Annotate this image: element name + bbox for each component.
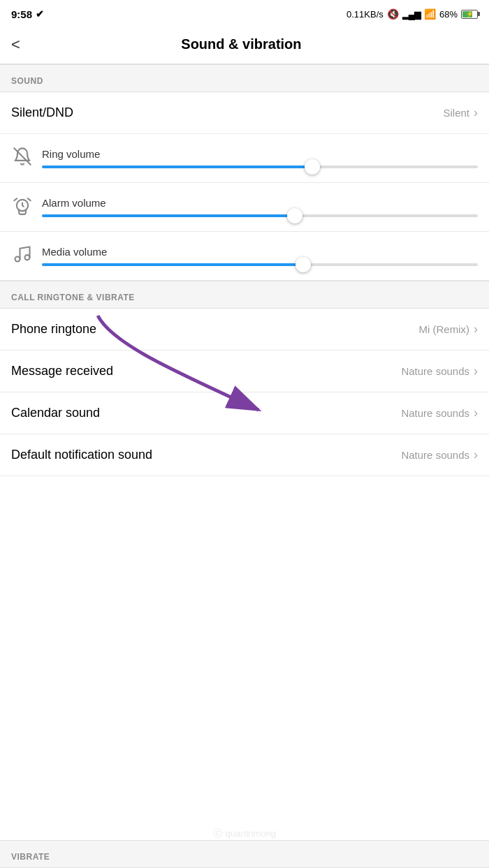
mute-icon: 🔇 (387, 8, 399, 20)
ring-volume-label: Ring volume (42, 148, 478, 160)
message-received-value: Nature sounds (401, 365, 469, 377)
media-volume-content: Media volume (42, 246, 478, 266)
silent-dnd-label: Silent/DND (11, 105, 73, 120)
media-volume-label: Media volume (42, 246, 478, 258)
silent-dnd-value: Silent (443, 107, 469, 119)
back-button[interactable]: < (11, 36, 20, 54)
silent-dnd-item[interactable]: Silent/DND Silent › (0, 92, 489, 134)
media-volume-icon (11, 244, 34, 268)
message-received-value-group: Nature sounds › (401, 364, 478, 378)
phone-ringtone-item[interactable]: Phone ringtone Mi (Remix) › (0, 309, 489, 351)
chevron-icon-calendar: › (474, 406, 478, 420)
alarm-volume-icon (11, 196, 34, 219)
default-notification-value-group: Nature sounds › (401, 448, 478, 462)
chevron-icon-message: › (474, 364, 478, 378)
message-received-label: Message received (11, 364, 113, 378)
calendar-sound-label: Calendar sound (11, 406, 100, 420)
ring-volume-icon (11, 147, 34, 170)
page-header: < Sound & vibration (0, 25, 489, 64)
status-time: 9:58 ✔ (11, 8, 44, 20)
media-volume-fill (42, 263, 303, 266)
media-volume-slider[interactable] (42, 263, 478, 266)
ring-volume-thumb[interactable] (305, 159, 320, 175)
time-display: 9:58 (11, 8, 32, 20)
battery-icon: ⚡ (461, 10, 478, 19)
page-title: Sound & vibration (31, 36, 451, 52)
vibrate-section-label: VIBRATE (0, 840, 489, 868)
silent-dnd-value-group: Silent › (443, 105, 478, 120)
phone-ringtone-label: Phone ringtone (11, 322, 96, 337)
phone-ringtone-value: Mi (Remix) (419, 323, 470, 335)
calendar-sound-value: Nature sounds (401, 407, 469, 419)
status-bar: 9:58 ✔ 0.11KB/s 🔇 ▂▄▆ 📶 68% ⚡ (0, 0, 489, 25)
ring-volume-content: Ring volume (42, 148, 478, 168)
wifi-icon: 📶 (424, 8, 436, 20)
calendar-sound-item[interactable]: Calendar sound Nature sounds › (0, 392, 489, 434)
call-ringtone-section-label: CALL RINGTONE & VIBRATE (0, 281, 489, 309)
media-volume-thumb[interactable] (295, 257, 311, 272)
status-indicators: 0.11KB/s 🔇 ▂▄▆ 📶 68% ⚡ (346, 8, 478, 20)
alarm-volume-content: Alarm volume (42, 197, 478, 217)
ring-volume-slider[interactable] (42, 165, 478, 168)
ring-volume-fill (42, 165, 312, 168)
calendar-sound-value-group: Nature sounds › (401, 406, 478, 420)
network-speed: 0.11KB/s (346, 9, 384, 20)
chevron-icon: › (474, 105, 478, 120)
message-received-item[interactable]: Message received Nature sounds › (0, 351, 489, 392)
default-notification-value: Nature sounds (401, 449, 469, 461)
phone-ringtone-value-group: Mi (Remix) › (419, 322, 479, 337)
check-icon: ✔ (36, 8, 44, 20)
media-volume-row: Media volume (0, 232, 489, 281)
default-notification-label: Default notification sound (11, 448, 152, 462)
alarm-volume-row: Alarm volume (0, 183, 489, 232)
alarm-volume-label: Alarm volume (42, 197, 478, 209)
svg-point-3 (25, 255, 30, 260)
signal-icon: ▂▄▆ (402, 9, 421, 20)
watermark: ⓒ quantrimong (213, 827, 276, 840)
svg-point-2 (15, 256, 20, 261)
alarm-volume-slider[interactable] (42, 214, 478, 217)
ring-volume-row: Ring volume (0, 134, 489, 183)
alarm-volume-fill (42, 214, 295, 217)
chevron-icon-ringtone: › (474, 322, 478, 337)
charging-icon: ⚡ (466, 10, 474, 17)
battery-percent: 68% (439, 9, 458, 20)
sound-section-label: SOUND (0, 64, 489, 92)
default-notification-sound-item[interactable]: Default notification sound Nature sounds… (0, 434, 489, 476)
alarm-volume-thumb[interactable] (287, 208, 302, 223)
chevron-icon-notification: › (474, 448, 478, 462)
